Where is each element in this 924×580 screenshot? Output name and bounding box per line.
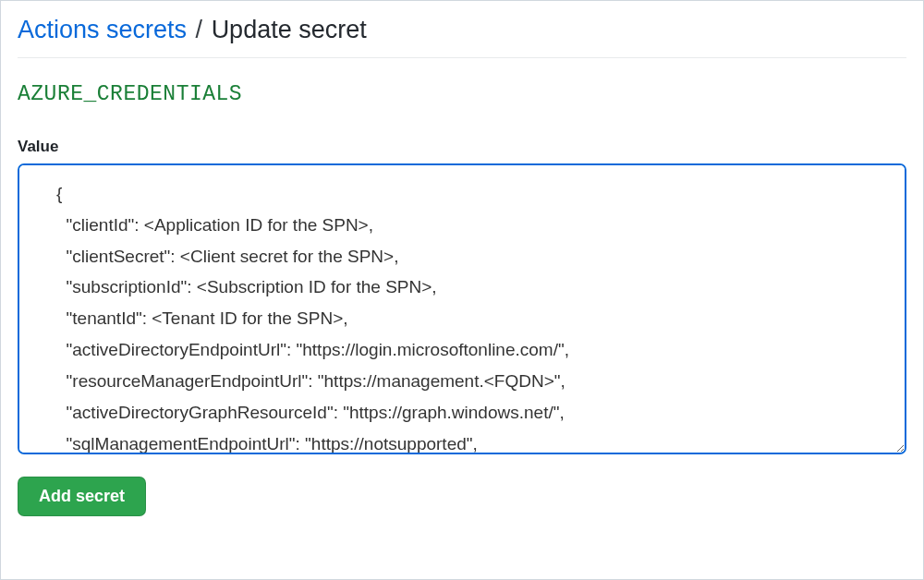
page-container: Actions secrets / Update secret AZURE_CR…	[0, 0, 924, 580]
add-secret-button[interactable]: Add secret	[18, 477, 146, 516]
value-label: Value	[18, 138, 906, 156]
breadcrumb: Actions secrets / Update secret	[18, 16, 906, 58]
secret-name: AZURE_CREDENTIALS	[18, 82, 906, 106]
breadcrumb-parent-link[interactable]: Actions secrets	[18, 16, 187, 43]
breadcrumb-current: Update secret	[212, 16, 367, 43]
breadcrumb-separator: /	[196, 16, 203, 43]
secret-value-input[interactable]	[18, 163, 906, 454]
